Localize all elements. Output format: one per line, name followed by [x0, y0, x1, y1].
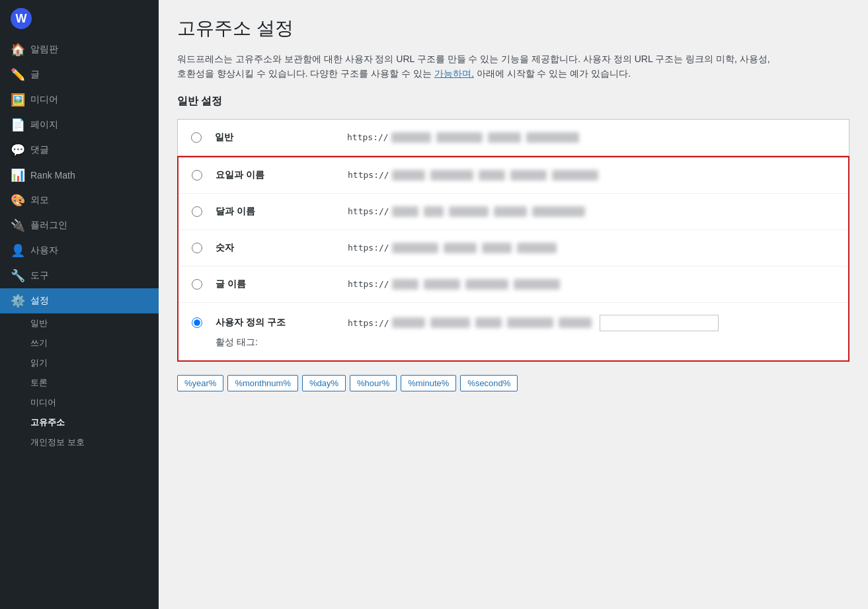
url-blur: [444, 243, 477, 253]
url-blur: [465, 279, 508, 290]
main-content: 고유주소 설정 워드프레스는 고유주소와 보관함에 대한 사용자 정의 URL …: [159, 0, 868, 609]
sidebar-item-rankmath[interactable]: 📊 Rank Math: [0, 163, 159, 188]
option-row-post-name: 글 이름 https://: [178, 266, 848, 303]
option-row-month-name: 달과 이름 https://: [178, 194, 848, 230]
url-blur: [494, 206, 527, 217]
radio-day-name[interactable]: [192, 170, 202, 181]
pages-icon: 📄: [11, 118, 24, 132]
appearance-icon: 🎨: [11, 193, 24, 208]
url-blur: [424, 279, 460, 290]
url-blur: [559, 317, 592, 328]
sidebar-item-plugins[interactable]: 🔌 플러그인: [0, 213, 159, 238]
settings-icon: ⚙️: [11, 294, 24, 308]
url-blur: [430, 317, 470, 328]
option-row-custom: 사용자 정의 구조 https:// 활성 태그:: [178, 303, 848, 360]
highlighted-options-container: 요일과 이름 https:// 달과 이름 https://: [177, 156, 849, 362]
submenu-item-privacy[interactable]: 개인정보 보호: [0, 432, 159, 452]
sidebar-item-label: 글: [30, 69, 40, 81]
url-blur-4: [526, 132, 579, 143]
option-row-day-name: 요일과 이름 https://: [178, 157, 848, 194]
url-blur-1: [391, 132, 431, 143]
url-blur: [449, 206, 489, 217]
url-blur-2: [436, 132, 483, 143]
sidebar-item-label: 외모: [30, 194, 49, 206]
tags-row: %year% %monthnum% %day% %hour% %minute% …: [177, 375, 849, 391]
page-title: 고유주소 설정: [177, 16, 849, 41]
sidebar-item-dashboard[interactable]: 🏠 알림판: [0, 37, 159, 62]
tools-icon: 🔧: [11, 268, 24, 283]
page-description: 워드프레스는 고유주소와 보관함에 대한 사용자 정의 URL 구조를 만들 수…: [177, 52, 772, 81]
sidebar-item-tools[interactable]: 🔧 도구: [0, 263, 159, 288]
option-url-post-name: https://: [348, 279, 560, 290]
option-row-plain: 일반 https://: [178, 120, 849, 155]
url-blur: [552, 170, 598, 181]
submenu-item-writing[interactable]: 쓰기: [0, 333, 159, 353]
tag-second[interactable]: %second%: [460, 375, 518, 391]
custom-url-input[interactable]: [600, 315, 719, 331]
sidebar-item-label: 사용자: [30, 245, 58, 257]
radio-numeric[interactable]: [192, 243, 202, 253]
tag-minute[interactable]: %minute%: [401, 375, 456, 391]
sidebar-item-comments[interactable]: 💬 댓글: [0, 138, 159, 163]
sidebar-item-posts[interactable]: ✏️ 글: [0, 62, 159, 87]
submenu-item-reading[interactable]: 읽기: [0, 353, 159, 373]
url-blur: [392, 206, 418, 217]
sidebar-logo: W: [0, 0, 159, 37]
option-label-month-name: 달과 이름: [216, 206, 335, 218]
url-blur: [514, 279, 560, 290]
sidebar-item-settings[interactable]: ⚙️ 설정: [0, 288, 159, 313]
plugins-icon: 🔌: [11, 218, 24, 233]
submenu-item-media[interactable]: 미디어: [0, 393, 159, 413]
dashboard-icon: 🏠: [11, 42, 24, 57]
submenu-item-discussion[interactable]: 토론: [0, 373, 159, 393]
option-label-day-name: 요일과 이름: [216, 169, 335, 181]
option-label-plain: 일반: [215, 132, 334, 143]
option-url-numeric: https://: [348, 243, 557, 253]
option-url-day-name: https://: [348, 170, 598, 181]
sidebar-item-appearance[interactable]: 🎨 외모: [0, 188, 159, 213]
url-blur: [510, 170, 547, 181]
sidebar-navigation: 🏠 알림판 ✏️ 글 🖼️ 미디어 📄 페이지 💬 댓글 📊 Rank Math…: [0, 37, 159, 609]
submenu-item-permalink[interactable]: 고유주소: [0, 413, 159, 432]
sidebar-item-label: 도구: [30, 270, 49, 282]
url-blur: [507, 317, 553, 328]
url-blur: [430, 170, 473, 181]
sidebar-item-pages[interactable]: 📄 페이지: [0, 112, 159, 138]
option-label-numeric: 숫자: [216, 242, 335, 254]
url-blur: [392, 170, 425, 181]
radio-month-name[interactable]: [192, 206, 202, 217]
url-blur: [475, 317, 502, 328]
tag-year[interactable]: %year%: [177, 375, 223, 391]
option-label-post-name: 글 이름: [216, 278, 335, 290]
url-blur: [424, 206, 444, 217]
option-row-numeric: 숫자 https://: [178, 230, 848, 266]
media-icon: 🖼️: [11, 93, 24, 107]
settings-submenu: 일반 쓰기 읽기 토론 미디어 고유주소 개인정보 보호: [0, 313, 159, 452]
url-blur: [392, 243, 438, 253]
radio-post-name[interactable]: [192, 279, 202, 290]
general-settings-title: 일반 설정: [177, 95, 849, 108]
description-link[interactable]: 가능하며,: [434, 68, 474, 79]
sidebar-item-media[interactable]: 🖼️ 미디어: [0, 87, 159, 112]
sidebar-item-label: 미디어: [30, 94, 58, 106]
plain-option-container: 일반 https://: [177, 119, 849, 156]
sidebar-item-label: 설정: [30, 295, 49, 307]
sidebar-item-label: 페이지: [30, 119, 58, 131]
tag-monthnum[interactable]: %monthnum%: [227, 375, 298, 391]
posts-icon: ✏️: [11, 67, 24, 82]
radio-plain[interactable]: [191, 132, 202, 143]
sidebar-item-label: 플러그인: [30, 220, 67, 231]
sidebar-item-label: 댓글: [30, 144, 49, 156]
tag-hour[interactable]: %hour%: [350, 375, 397, 391]
url-blur: [482, 243, 512, 253]
comments-icon: 💬: [11, 143, 24, 157]
rankmath-icon: 📊: [11, 168, 24, 183]
url-blur: [479, 170, 505, 181]
sidebar-item-users[interactable]: 👤 사용자: [0, 238, 159, 263]
url-blur-3: [488, 132, 521, 143]
submenu-item-general[interactable]: 일반: [0, 313, 159, 333]
users-icon: 👤: [11, 243, 24, 258]
radio-custom[interactable]: [192, 317, 202, 328]
wordpress-logo-icon: W: [11, 8, 32, 29]
tag-day[interactable]: %day%: [302, 375, 346, 391]
